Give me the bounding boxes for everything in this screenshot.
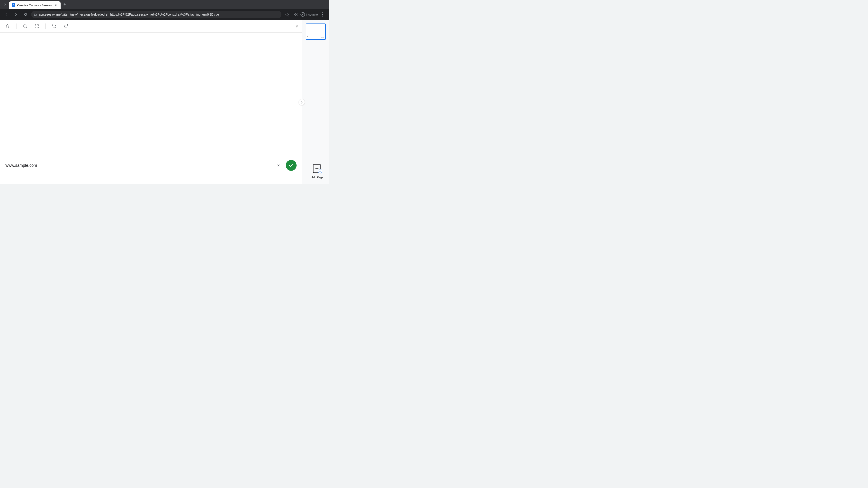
app-container: ∨ www.sample.com × (0, 20, 329, 184)
url-bar-overlay: www.sample.com × (0, 160, 302, 171)
svg-point-8 (322, 14, 323, 15)
new-tab-button[interactable]: + (61, 1, 68, 8)
forward-button[interactable] (12, 11, 20, 18)
tab-favicon: S (12, 3, 16, 7)
right-panel: 1 … Add Page (302, 20, 329, 184)
address-bar[interactable] (31, 11, 281, 18)
url-input[interactable] (39, 13, 279, 16)
svg-rect-1 (294, 13, 296, 14)
address-bar-actions: Incognito (283, 11, 327, 18)
tab-nav-prev-button[interactable] (2, 1, 8, 8)
extensions-button[interactable] (292, 11, 300, 18)
page-number: 1 (307, 36, 309, 38)
undo-button[interactable] (50, 22, 58, 30)
page-options-button[interactable]: … (321, 35, 324, 38)
canvas-content: www.sample.com × (0, 33, 302, 184)
refresh-button[interactable] (22, 11, 29, 18)
svg-rect-0 (34, 14, 36, 15)
incognito-badge: Incognito (301, 12, 318, 17)
delete-button[interactable] (4, 22, 12, 30)
svg-point-6 (302, 13, 303, 14)
page-thumbnail[interactable]: 1 … (306, 24, 326, 40)
toolbar-separator-2 (45, 24, 46, 29)
chevron-down-icon: ∨ (296, 24, 298, 29)
tab-title: Creative Canvas - Seesaw (17, 4, 52, 7)
tab-bar: S Creative Canvas - Seesaw × + (0, 0, 329, 9)
add-page-container: Add Page (311, 162, 324, 179)
svg-rect-3 (294, 15, 296, 16)
toolbar-right: ∨ (296, 24, 298, 29)
address-bar-row: Incognito (0, 9, 329, 20)
incognito-label: Incognito (306, 13, 318, 16)
bookmark-button[interactable] (283, 11, 291, 18)
svg-point-7 (322, 12, 323, 13)
toolbar-separator-1 (16, 24, 17, 29)
add-page-label: Add Page (311, 176, 323, 179)
url-cancel-button[interactable]: × (275, 162, 282, 169)
url-display: www.sample.com (5, 163, 37, 168)
svg-rect-2 (296, 13, 297, 14)
panel-toggle-button[interactable] (299, 99, 305, 105)
fullscreen-button[interactable] (33, 22, 41, 30)
browser-chrome: S Creative Canvas - Seesaw × + (0, 0, 329, 20)
url-actions: × (275, 160, 297, 171)
svg-point-9 (322, 15, 323, 17)
lock-icon (34, 13, 37, 17)
add-page-button[interactable] (311, 162, 324, 175)
tab-close-button[interactable]: × (54, 3, 58, 7)
canvas-area: ∨ www.sample.com × (0, 20, 302, 184)
svg-rect-4 (296, 15, 297, 16)
menu-button[interactable] (319, 11, 327, 18)
active-tab[interactable]: S Creative Canvas - Seesaw × (9, 1, 61, 9)
back-button[interactable] (3, 11, 10, 18)
toolbar: ∨ (0, 20, 302, 33)
redo-button[interactable] (62, 22, 70, 30)
zoom-in-button[interactable] (21, 22, 29, 30)
url-confirm-button[interactable] (286, 160, 297, 171)
